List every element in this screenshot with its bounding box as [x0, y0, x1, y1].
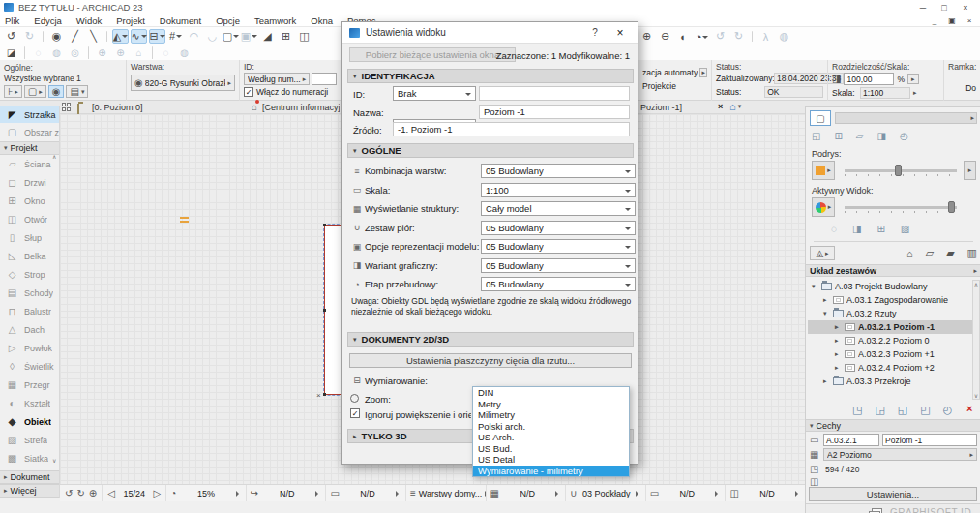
menu-item[interactable]: Okna	[311, 15, 333, 26]
rotate-drawing-icon[interactable]: ▱	[856, 131, 864, 141]
auto-update-button[interactable]: ▸	[699, 68, 707, 77]
tool-curtainwall[interactable]: ▦Przegr	[0, 376, 59, 394]
zoom-window-icon[interactable]: ⊕	[89, 488, 97, 498]
name-field[interactable]: Poziom -1	[479, 105, 630, 119]
tool-zone[interactable]: ▨Strefa	[0, 431, 59, 449]
section-general[interactable]: ▾ OGÓLNE	[347, 143, 634, 158]
toolbox-group-dokument[interactable]: ▸Dokument	[0, 470, 60, 484]
id-mode-button[interactable]: Według num...▸	[244, 73, 310, 85]
tab-close-icon[interactable]: ×	[718, 102, 723, 111]
tree-scrollbar[interactable]: ∧∨	[972, 280, 980, 400]
new-layout-icon[interactable]: ◳	[852, 404, 862, 416]
tool-shell[interactable]: ▷Powłok	[0, 339, 59, 357]
project-chooser-button[interactable]: ◬▸	[810, 246, 835, 260]
marquee-settings-button[interactable]: ▢▸	[24, 85, 46, 98]
tree-item[interactable]: ▾ A.03 Projekt Budowlany	[808, 280, 972, 293]
id-field[interactable]	[479, 86, 630, 101]
menu-item[interactable]: Edycja	[34, 15, 62, 26]
override-segment[interactable]: ◫N/D	[725, 485, 805, 501]
dialog-title-bar[interactable]: Ustawienia widoku ? ×	[342, 22, 638, 44]
get-current-settings-button[interactable]: Pobierz bieżące ustawienia okna	[349, 47, 516, 62]
tree-item[interactable]: ▸ A.03.3 Przekroje	[808, 375, 972, 388]
tool-railing[interactable]: ⊓Balustr	[0, 302, 59, 320]
layout-segment[interactable]: ▭N/D	[325, 485, 405, 501]
tab-info-center[interactable]: [Centrum informacyjne]	[262, 103, 340, 112]
dropdown-option[interactable]: US Bud.	[473, 443, 629, 455]
next-story-icon[interactable]: ▷	[153, 488, 161, 498]
tree-item[interactable]: ▾ A.03.2 Rzuty	[808, 307, 972, 320]
properties-header[interactable]: ▾ Cechy	[806, 419, 980, 432]
layer-button[interactable]: ◉ 820-G Rysunki Obrazki ▸	[131, 75, 235, 91]
tab-home[interactable]: [0. Poziom 0]	[92, 103, 179, 112]
grab-mode-button[interactable]: ◉	[48, 85, 65, 98]
dialog-close-icon[interactable]: ×	[610, 26, 630, 40]
tool-mesh[interactable]: ▩Siatka	[0, 449, 59, 468]
map-header[interactable]: Układ zestawów ▸	[806, 264, 980, 277]
dropdown-option[interactable]: Milimetry	[473, 409, 629, 421]
move-drawing-icon[interactable]: ⊞	[834, 131, 842, 141]
menu-item[interactable]: Opcje	[216, 15, 240, 26]
trace-intensity-slider[interactable]	[845, 169, 957, 172]
tool-door[interactable]: ◻Drzwi	[0, 173, 59, 192]
reference-selector-bar[interactable]: ▸	[835, 112, 977, 124]
new-master-icon[interactable]: ◰	[920, 404, 930, 416]
row-combo[interactable]: 05 Budowlany	[481, 164, 636, 178]
menu-item[interactable]: Widok	[76, 15, 102, 26]
slider-handle[interactable]	[895, 165, 902, 176]
id-combo[interactable]: Brak	[393, 86, 476, 101]
tool-skylight[interactable]: ◊Świetlik	[0, 357, 59, 376]
row-combo[interactable]: Cały model	[481, 201, 636, 216]
scroll-up-icon[interactable]: ∧	[52, 153, 56, 160]
scroll-down-icon[interactable]: ∨	[52, 457, 56, 464]
navigator-settings-button[interactable]: Ustawienia...	[809, 487, 977, 501]
menu-item[interactable]: Projekt	[116, 15, 145, 26]
publisher-icon[interactable]: ▥	[965, 246, 979, 260]
scale-menu-icon[interactable]: ▸	[913, 89, 917, 97]
cut-plane-settings-button[interactable]: Ustawienia płaszczyzny cięcia dla rzutu.…	[349, 353, 632, 368]
row-combo[interactable]: 05 Budowlany	[481, 277, 636, 291]
zoom-level-segment[interactable]: ◔15%	[165, 485, 246, 501]
section-identification[interactable]: ▾ IDENTYFIKACJA	[347, 69, 634, 83]
trace-visibility-icon[interactable]: ▨	[901, 224, 909, 234]
tool-opening[interactable]: ◫Otwór	[0, 210, 59, 228]
trace-more-button[interactable]: ▸	[964, 161, 976, 180]
tool-column[interactable]: ▯Słup	[0, 228, 59, 247]
row-combo[interactable]: 05 Budowlany	[481, 239, 636, 254]
layout-book-icon[interactable]: ▰	[944, 246, 956, 260]
menu-item[interactable]: Teamwork	[254, 15, 296, 26]
pens-segment[interactable]: ∪03 Podkłady	[565, 485, 645, 501]
trace-split-icon[interactable]: ⊞	[876, 224, 884, 234]
dropdown-option[interactable]: US Detal	[473, 454, 629, 466]
preview-mode-button[interactable]: ▤▾	[66, 85, 88, 98]
id-value-field[interactable]	[312, 73, 337, 85]
tool-roof[interactable]: △Dach	[0, 320, 59, 339]
tree-item[interactable]: ▸ A.03.2.4 Poziom +2	[808, 361, 972, 375]
trace-reference-button[interactable]: ▢	[810, 110, 831, 126]
dropdown-option[interactable]: US Arch.	[473, 432, 629, 443]
link-drawing-icon[interactable]: ◨	[877, 131, 886, 141]
previous-story-icon[interactable]: ◁	[107, 488, 115, 498]
active-view-slider[interactable]	[845, 206, 957, 209]
tree-item[interactable]: ▸ A.03.2.1 Poziom -1	[808, 320, 972, 334]
tree-item[interactable]: ▸ A.03.2.2 Poziom 0	[808, 334, 972, 347]
quick-layout-icon[interactable]	[62, 103, 71, 111]
dropdown-option[interactable]: Metry	[473, 399, 629, 410]
project-map-icon[interactable]: ⌂	[905, 247, 915, 260]
trace-swap-icon[interactable]: ◨	[852, 224, 861, 234]
new-subset-icon[interactable]: ◲	[875, 404, 884, 416]
dropdown-option[interactable]: DIN	[473, 387, 629, 399]
home-view-button[interactable]: ⌂ ▾	[729, 101, 741, 112]
dropdown-option[interactable]: Wymiarowanie - milimetry	[473, 466, 629, 477]
windows-icon[interactable]	[872, 508, 882, 513]
tool-wall[interactable]: ▱Ściana	[0, 155, 59, 173]
orientation-segment[interactable]: ↪N/D	[246, 485, 326, 501]
resolution-menu-button[interactable]: ▸	[907, 74, 919, 84]
help-icon[interactable]: ?	[585, 27, 605, 38]
menu-item[interactable]: Plik	[5, 15, 19, 26]
layers-segment[interactable]: ≡Warstwy domy...	[405, 485, 486, 501]
new-drawing-icon[interactable]: ◱	[898, 404, 907, 416]
tree-item[interactable]: ▸ A.03.2.3 Poziom +1	[808, 347, 972, 361]
tool-beam[interactable]: ◺Belka	[0, 247, 59, 265]
numbering-checkbox[interactable]: ✓	[244, 87, 253, 97]
tab-current[interactable]: Poziom -1]	[640, 103, 708, 112]
